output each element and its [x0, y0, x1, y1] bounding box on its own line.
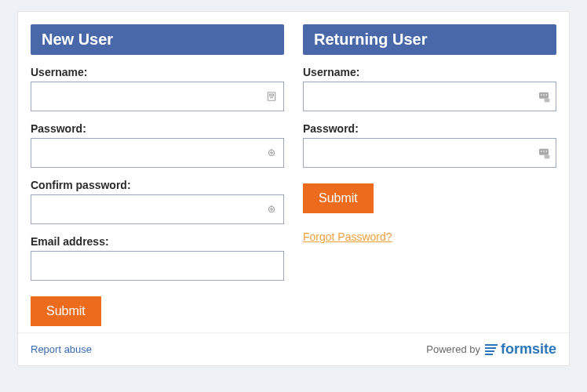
svg-point-6	[269, 207, 275, 212]
new-confirm-input[interactable]	[31, 194, 284, 224]
new-password-field: Password:	[31, 122, 284, 168]
return-password-label: Password:	[303, 122, 556, 135]
svg-rect-19	[485, 344, 498, 346]
new-user-column: New User Username: Password:	[31, 24, 284, 326]
new-password-label: Password:	[31, 122, 284, 135]
returning-user-header: Returning User	[303, 24, 556, 55]
new-confirm-label: Confirm password:	[31, 179, 284, 191]
svg-rect-12	[546, 94, 547, 95]
return-username-label: Username:	[303, 66, 556, 78]
svg-rect-16	[543, 151, 544, 151]
brand-bars-icon	[485, 344, 498, 355]
svg-rect-11	[543, 94, 544, 95]
password-manager-icon[interactable]	[538, 147, 550, 159]
password-manager-icon[interactable]	[538, 90, 550, 103]
brand-name: formsite	[501, 341, 556, 358]
new-user-header: New User	[31, 24, 284, 55]
powered-by: Powered by formsite	[426, 341, 556, 358]
svg-point-7	[271, 209, 272, 210]
new-email-label: Email address:	[31, 235, 284, 248]
forgot-password-link[interactable]: Forgot Password?	[303, 230, 392, 243]
columns: New User Username: Password:	[18, 12, 569, 326]
new-username-input[interactable]	[31, 82, 284, 111]
key-icon	[265, 147, 278, 159]
svg-point-4	[271, 152, 272, 154]
powered-label: Powered by	[426, 343, 480, 355]
brand-logo[interactable]: formsite	[485, 341, 556, 358]
svg-rect-13	[545, 99, 550, 103]
svg-rect-15	[541, 151, 541, 151]
svg-rect-21	[485, 350, 494, 352]
new-username-field: Username:	[31, 66, 284, 111]
svg-point-3	[269, 151, 275, 156]
svg-rect-22	[485, 354, 493, 355]
svg-rect-1	[270, 94, 274, 96]
new-password-input[interactable]	[31, 138, 284, 168]
contact-card-icon	[265, 90, 278, 103]
return-username-input[interactable]	[303, 82, 556, 111]
svg-rect-20	[485, 347, 496, 349]
report-abuse-link[interactable]: Report abuse	[31, 343, 92, 355]
svg-rect-10	[541, 94, 541, 95]
form-card: New User Username: Password:	[17, 11, 570, 366]
svg-rect-14	[539, 149, 549, 155]
new-email-field: Email address:	[31, 235, 284, 281]
return-password-field: Password:	[303, 122, 556, 168]
new-email-input[interactable]	[31, 251, 284, 281]
return-username-field: Username:	[303, 66, 556, 111]
svg-rect-17	[546, 151, 547, 151]
new-username-label: Username:	[31, 66, 284, 78]
new-submit-button[interactable]: Submit	[31, 296, 101, 326]
key-icon	[265, 203, 278, 216]
return-submit-button[interactable]: Submit	[303, 183, 374, 213]
footer: Report abuse Powered by formsite	[18, 332, 569, 365]
return-password-input[interactable]	[303, 138, 556, 168]
returning-user-column: Returning User Username: Password:	[303, 24, 556, 326]
svg-rect-18	[545, 155, 550, 159]
new-confirm-field: Confirm password:	[31, 179, 284, 224]
